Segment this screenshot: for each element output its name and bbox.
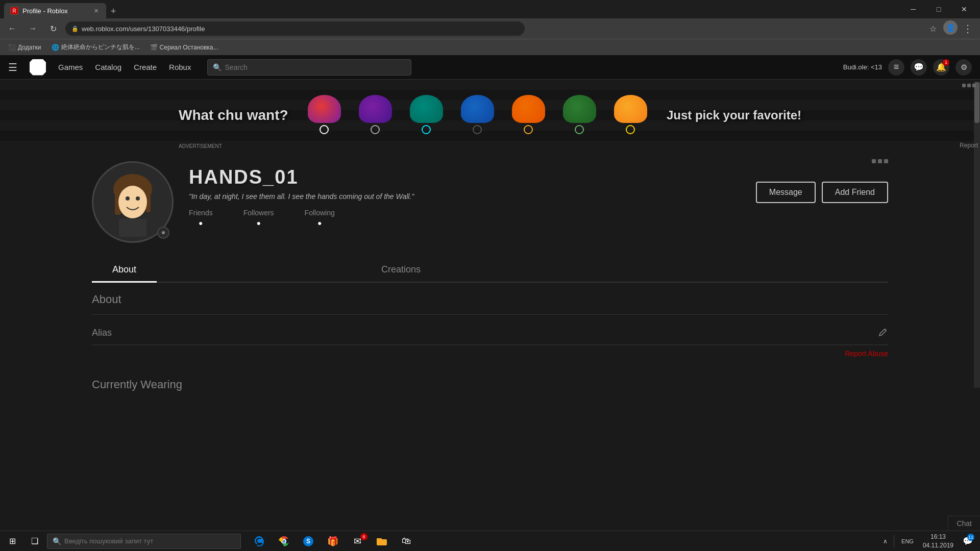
chat-button[interactable]: 💬	[911, 59, 927, 76]
tab-area: R Profile - Roblox ✕ +	[4, 0, 120, 18]
taskbar-divider	[894, 535, 894, 547]
report-ad-button[interactable]: Report	[960, 142, 978, 149]
address-bar[interactable]: 🔒 web.roblox.com/users/1307033446/profil…	[65, 21, 525, 36]
svg-point-9	[136, 196, 140, 201]
edge-app[interactable]	[247, 531, 272, 552]
store-app[interactable]: 🛍	[394, 531, 419, 552]
hamburger-button[interactable]: ☰	[8, 61, 17, 73]
nav-games-link[interactable]: Games	[58, 63, 83, 71]
chrome-app[interactable]	[272, 531, 296, 552]
reload-button[interactable]: ↻	[45, 20, 61, 37]
address-text: web.roblox.com/users/1307033446/profile	[82, 25, 205, 33]
bookmark-japanese[interactable]: 🌐 絶体絶命からピンチな肌を...	[47, 42, 144, 53]
profile-header: HANDS_01 "In day, at night, I see them a…	[92, 161, 888, 243]
bookmark-button[interactable]: ☆	[925, 20, 941, 37]
ad-text-left: What chu want?	[179, 107, 288, 123]
nav-create-link[interactable]: Create	[134, 63, 157, 71]
notifications-button[interactable]: 🔔 1	[933, 59, 949, 76]
new-tab-button[interactable]: +	[106, 4, 120, 18]
clock-date: 04.11.2019	[923, 541, 953, 550]
nav-robux-link[interactable]: Robux	[169, 63, 191, 71]
message-button[interactable]: Message	[756, 182, 816, 203]
tab-label: Profile - Roblox	[22, 7, 68, 15]
more-dot-3	[972, 84, 976, 87]
notification-center-button[interactable]: 💬 11	[960, 531, 976, 552]
search-bar[interactable]: 🔍	[207, 59, 411, 76]
alias-label: Alias	[92, 328, 112, 338]
settings-button[interactable]: ⚙	[955, 59, 972, 76]
gift-app[interactable]: 🎁	[321, 531, 345, 552]
tab-about[interactable]: About	[92, 258, 157, 283]
explorer-app[interactable]	[370, 531, 394, 552]
taskbar-right: ∧ ENG 16:13 04.11.2019 💬 11	[881, 531, 980, 552]
minimize-button[interactable]: ─	[901, 1, 925, 17]
followers-label: Followers	[243, 209, 274, 217]
chat-bar[interactable]: Chat	[948, 516, 980, 531]
svg-text:S: S	[306, 538, 310, 545]
bookmark-apps[interactable]: ⬛ Додатки	[4, 43, 45, 52]
clock-time: 16:13	[930, 533, 946, 541]
close-button[interactable]: ✕	[952, 1, 976, 17]
followers-value: ●	[256, 219, 260, 227]
profile-actions: Message Add Friend	[756, 182, 888, 203]
hat-gold	[610, 95, 651, 136]
ad-content: What chu want?	[0, 80, 980, 151]
nav-menu-button[interactable]: ≡	[888, 59, 904, 76]
following-value: ●	[317, 219, 322, 227]
hat-red	[304, 95, 345, 136]
more-dot-1	[962, 84, 966, 87]
friends-stat: Friends ●	[189, 209, 213, 227]
serial-icon: 🎬	[150, 44, 158, 51]
roblox-logo	[30, 59, 46, 76]
forward-button[interactable]: →	[24, 20, 41, 37]
avatar-container	[92, 161, 174, 243]
report-abuse-link[interactable]: Report Abuse	[92, 349, 888, 358]
add-friend-button[interactable]: Add Friend	[822, 182, 888, 203]
about-divider	[92, 314, 888, 315]
taskbar-apps: S 🎁 ✉ 6 🛍	[247, 531, 419, 552]
friends-value: ●	[199, 219, 203, 227]
profile-section: HANDS_01 "In day, at night, I see them a…	[0, 151, 980, 391]
tab-creations[interactable]: Creations	[361, 258, 441, 282]
taskbar-search-icon: 🔍	[53, 537, 61, 545]
nav-catalog-link[interactable]: Catalog	[95, 63, 121, 71]
start-button[interactable]: ⊞	[0, 531, 24, 552]
edit-alias-button[interactable]	[879, 327, 888, 338]
maximize-button[interactable]: □	[927, 1, 950, 17]
tab-favicon: R	[10, 7, 18, 15]
chat-label: Chat	[957, 519, 972, 528]
avatar-online-indicator	[157, 227, 169, 239]
search-icon: 🔍	[213, 63, 222, 71]
apps-icon: ⬛	[8, 44, 16, 51]
bookmarks-bar: ⬛ Додатки 🌐 絶体絶命からピンチな肌を... 🎬 Сериал Ост…	[0, 39, 980, 55]
menu-button[interactable]: ⋮	[960, 20, 976, 37]
svg-point-12	[162, 231, 165, 234]
bookmark-serial[interactable]: 🎬 Сериал Остановка...	[146, 43, 223, 52]
taskbar-expand-button[interactable]: ∧	[881, 538, 890, 545]
system-clock[interactable]: 16:13 04.11.2019	[919, 533, 958, 550]
taskbar-search-box[interactable]: 🔍	[47, 534, 241, 549]
notification-badge: 1	[943, 59, 949, 66]
skype-app[interactable]: S	[296, 531, 321, 552]
active-tab[interactable]: R Profile - Roblox ✕	[4, 3, 106, 18]
alias-field: Alias	[92, 321, 888, 345]
language-selector[interactable]: ENG	[898, 538, 917, 544]
roblox-page: ☰ Games Catalog Create Robux 🔍 Budi.ole:…	[0, 55, 980, 531]
profile-button[interactable]: 👤	[943, 20, 958, 35]
following-label: Following	[305, 209, 335, 217]
task-view-button[interactable]: ❑	[24, 531, 45, 552]
mail-app[interactable]: ✉ 6	[345, 531, 370, 552]
following-stat: Following ●	[305, 209, 335, 227]
hat-green	[559, 95, 600, 136]
ad-label: ADVERTISEMENT	[179, 143, 222, 149]
hat-purple	[355, 95, 396, 136]
navigation-bar: ← → ↻ 🔒 web.roblox.com/users/1307033446/…	[0, 18, 980, 39]
title-bar: R Profile - Roblox ✕ + ─ □ ✕	[0, 0, 980, 18]
tab-close-button[interactable]: ✕	[92, 7, 100, 15]
ad-more-options[interactable]	[962, 84, 976, 87]
back-button[interactable]: ←	[4, 20, 20, 37]
search-input[interactable]	[225, 63, 406, 71]
japanese-label: 絶体絶命からピンチな肌を...	[61, 43, 140, 52]
ad-text-right: Just pick your favorite!	[667, 108, 801, 122]
taskbar-search-input[interactable]	[64, 537, 235, 545]
